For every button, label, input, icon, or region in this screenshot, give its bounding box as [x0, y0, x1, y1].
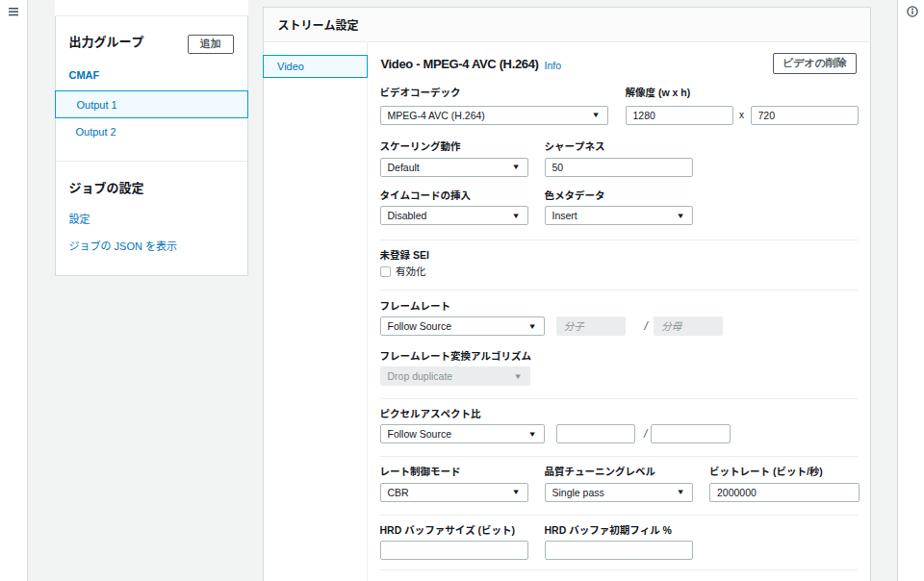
sidebar-item-settings[interactable]: 設定 — [69, 213, 90, 226]
timecode-insertion-value: Disabled — [388, 210, 427, 221]
sidebar-divider — [56, 161, 247, 162]
color-metadata-value: Insert — [552, 210, 578, 221]
unregistered-sei-checkbox[interactable] — [380, 266, 391, 277]
quality-tuning-level-label: 品質チューニングレベル — [545, 465, 656, 478]
video-codec-label: ビデオコーデック — [380, 86, 461, 99]
chevron-down-icon: ▼ — [676, 488, 684, 496]
bitrate-label: ビットレート (ビット/秒) — [709, 465, 823, 478]
video-codec-select[interactable]: MPEG-4 AVC (H.264) ▼ — [380, 106, 609, 125]
output-groups-heading: 出力グループ — [69, 35, 144, 50]
hrd-buffer-initial-fill-input[interactable] — [545, 541, 693, 560]
pixel-aspect-ratio-denominator-input[interactable] — [651, 424, 730, 443]
pixel-aspect-ratio-select[interactable]: Follow Source ▼ — [380, 424, 545, 443]
sharpness-input[interactable] — [545, 158, 693, 177]
output-1-label: Output 1 — [77, 99, 117, 111]
info-link[interactable]: Info — [545, 60, 562, 72]
video-codec-value: MPEG-4 AVC (H.264) — [388, 110, 485, 121]
quality-tuning-level-select[interactable]: Single pass ▼ — [545, 483, 693, 502]
info-circle-icon[interactable] — [907, 6, 918, 17]
chevron-down-icon: ▼ — [511, 163, 520, 171]
left-nav-rail — [0, 0, 28, 581]
section-divider — [380, 240, 858, 240]
output-2-label: Output 2 — [76, 126, 116, 138]
framerate-label: フレームレート — [380, 299, 451, 313]
video-panel-title: Video - MPEG-4 AVC (H.264) — [381, 57, 539, 72]
chevron-down-icon: ▼ — [676, 212, 684, 220]
sidebar-scrolled-section-stub — [55, 0, 248, 16]
section-divider — [380, 398, 858, 399]
section-divider — [380, 290, 858, 290]
job-settings-heading: ジョブの設定 — [69, 181, 144, 196]
sidebar-item-show-job-json[interactable]: ジョブの JSON を表示 — [69, 240, 177, 253]
help-panel-rail — [897, 0, 924, 581]
hrd-buffer-size-input[interactable] — [380, 541, 529, 560]
sharpness-label: シャープネス — [545, 139, 605, 153]
section-divider — [380, 456, 858, 457]
sidebar-item-output-1[interactable]: Output 1 — [55, 90, 248, 118]
chevron-down-icon: ▼ — [511, 488, 520, 496]
hamburger-menu-icon[interactable] — [9, 8, 18, 16]
section-divider — [380, 569, 858, 570]
scaling-behavior-select[interactable]: Default ▼ — [380, 158, 529, 177]
framerate-conversion-algorithm-select: Drop duplicate ▼ — [380, 366, 530, 386]
scaling-behavior-label: スケーリング動作 — [380, 139, 461, 153]
sidebar-item-output-2[interactable]: Output 2 — [55, 118, 248, 146]
tab-video[interactable]: Video — [263, 55, 368, 78]
rate-control-mode-select[interactable]: CBR ▼ — [380, 483, 529, 502]
framerate-value: Follow Source — [388, 320, 452, 332]
unregistered-sei-checkbox-label[interactable]: 有効化 — [396, 265, 426, 278]
stream-settings-panel: ストリーム設定 Video Video - MPEG-4 AVC (H.264)… — [263, 7, 871, 581]
chevron-down-icon: ▼ — [591, 111, 600, 119]
stream-settings-header: ストリーム設定 — [263, 7, 871, 42]
chevron-down-icon: ▼ — [527, 322, 536, 331]
rate-control-mode-label: レート制御モード — [380, 465, 461, 478]
timecode-insertion-select[interactable]: Disabled ▼ — [380, 206, 529, 225]
bitrate-input[interactable] — [709, 483, 860, 502]
quality-tuning-level-value: Single pass — [552, 487, 604, 498]
pixel-aspect-ratio-value: Follow Source — [388, 428, 452, 440]
framerate-conversion-algorithm-label: フレームレート変換アルゴリズム — [380, 349, 532, 363]
framerate-conversion-algorithm-value: Drop duplicate — [388, 370, 453, 382]
resolution-label: 解像度 (w x h) — [626, 86, 691, 99]
resolution-width-input[interactable] — [626, 106, 734, 125]
delete-video-button[interactable]: ビデオの削除 — [773, 53, 857, 74]
job-sidebar: 出力グループ 追加 CMAF Output 1 Output 2 ジョブの設定 … — [55, 0, 248, 276]
tab-column-separator — [367, 42, 368, 581]
unregistered-sei-label: 未登録 SEI — [380, 248, 429, 262]
framerate-select[interactable]: Follow Source ▼ — [380, 316, 545, 336]
timecode-insertion-label: タイムコードの挿入 — [380, 189, 472, 202]
color-metadata-label: 色メタデータ — [545, 189, 605, 202]
scaling-behavior-value: Default — [388, 162, 420, 173]
section-divider — [380, 515, 858, 516]
resolution-height-input[interactable] — [751, 106, 860, 125]
chevron-down-icon: ▼ — [513, 372, 522, 381]
pixel-aspect-ratio-separator: / — [644, 426, 647, 442]
rate-control-mode-value: CBR — [388, 487, 409, 498]
chevron-down-icon: ▼ — [511, 212, 520, 220]
resolution-separator: x — [736, 110, 748, 121]
pixel-aspect-ratio-label: ピクセルアスペクト比 — [380, 407, 481, 420]
tab-video-label: Video — [277, 61, 304, 72]
sidebar-item-cmaf[interactable]: CMAF — [69, 68, 100, 82]
hrd-buffer-initial-fill-label: HRD バッファ初期フィル % — [545, 523, 672, 537]
stream-settings-title: ストリーム設定 — [278, 16, 359, 33]
pixel-aspect-ratio-numerator-input[interactable] — [556, 424, 635, 443]
color-metadata-select[interactable]: Insert ▼ — [545, 206, 693, 225]
framerate-separator: / — [645, 318, 648, 334]
add-output-group-button[interactable]: 追加 — [188, 35, 234, 54]
framerate-numerator-input — [556, 316, 626, 336]
hrd-buffer-size-label: HRD バッファサイズ (ビット) — [380, 523, 516, 537]
chevron-down-icon: ▼ — [527, 430, 536, 439]
framerate-denominator-input — [654, 316, 723, 336]
